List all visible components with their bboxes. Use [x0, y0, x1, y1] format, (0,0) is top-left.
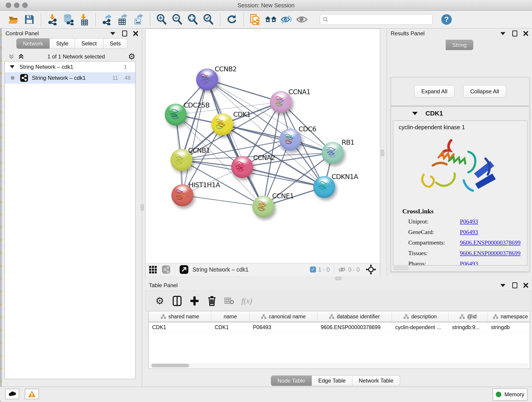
export-image-icon[interactable]: [132, 13, 145, 26]
column-header-name[interactable]: name: [211, 311, 249, 322]
column-header-@id[interactable]: @id: [449, 311, 488, 322]
search-field[interactable]: [320, 14, 433, 25]
import-network-database-icon[interactable]: [62, 13, 75, 26]
maximize-window-button[interactable]: [22, 2, 28, 8]
collapse-entry-icon[interactable]: [412, 112, 418, 115]
table-cell[interactable]: cyclin-dependent ...: [392, 322, 449, 332]
fit-selected-icon[interactable]: [366, 264, 376, 275]
cloud-button[interactable]: [5, 389, 19, 399]
minimize-window-button[interactable]: [14, 2, 19, 8]
crosslink-link[interactable]: P06493: [460, 227, 478, 237]
column-header-database-identifier[interactable]: database identifier: [317, 311, 392, 322]
table-cell[interactable]: CDK1: [149, 322, 211, 332]
node-CCNE1[interactable]: [252, 196, 274, 217]
edge-CCNB2-HIST1H1A[interactable]: [182, 80, 207, 195]
warnings-button[interactable]: [25, 389, 39, 399]
grid-view-icon[interactable]: [149, 265, 158, 274]
table-cell[interactable]: stringdb: [488, 322, 530, 332]
float-panel-icon[interactable]: [122, 31, 127, 36]
function-builder-icon[interactable]: f(x): [240, 294, 253, 307]
zoom-out-icon[interactable]: [171, 13, 184, 26]
table-row[interactable]: CDK1CDK1P064939606.ENSP00000378699cyclin…: [149, 322, 530, 332]
tab-select[interactable]: Select: [75, 38, 103, 49]
import-network-file-icon[interactable]: [46, 13, 59, 26]
tab-node-table[interactable]: Node Table: [271, 375, 312, 386]
tab-string[interactable]: String: [446, 40, 473, 50]
network-options-gear-icon[interactable]: ⚙: [128, 52, 135, 61]
right-splitter-handle[interactable]: [381, 149, 384, 156]
first-neighbors-icon[interactable]: [265, 13, 277, 26]
tab-style[interactable]: Style: [50, 38, 75, 49]
column-header-canonical-name[interactable]: canonical name: [249, 311, 317, 322]
search-input[interactable]: [331, 16, 430, 23]
birds-eye-view-icon[interactable]: [179, 265, 189, 274]
shared-column-icon: [261, 314, 266, 319]
collection-expand-icon[interactable]: [10, 65, 14, 68]
node-CDC6[interactable]: [279, 128, 301, 151]
close-window-button[interactable]: [6, 2, 11, 8]
panel-menu-icon[interactable]: [500, 284, 505, 287]
float-panel-icon[interactable]: [512, 282, 517, 288]
tab-edge-table[interactable]: Edge Table: [312, 375, 352, 386]
close-panel-icon[interactable]: [133, 31, 138, 36]
selected-checkbox-icon[interactable]: ✓: [310, 267, 316, 273]
show-all-icon[interactable]: [296, 13, 308, 26]
column-header-shared-name[interactable]: shared name: [149, 311, 211, 322]
export-network-icon[interactable]: [101, 13, 114, 26]
edge-HIST1H1A-CCNE1[interactable]: [182, 195, 263, 206]
table-options-gear-icon[interactable]: ⚙: [153, 294, 166, 307]
memory-button[interactable]: Memory: [493, 388, 527, 401]
zoom-selected-icon[interactable]: [202, 13, 215, 26]
panel-menu-icon[interactable]: [500, 32, 505, 35]
table-cell[interactable]: stringdb:9...: [449, 322, 488, 332]
duplicate-network-icon[interactable]: [249, 13, 261, 26]
crosslink-link[interactable]: P06493: [460, 259, 478, 265]
tab-network-table[interactable]: Network Table: [352, 375, 400, 386]
node-result-header[interactable]: CDK1: [391, 107, 529, 120]
column-header-namespace[interactable]: namespace: [488, 311, 530, 322]
network-collection-row[interactable]: String Network – cdk1 1: [5, 61, 135, 72]
table-cell[interactable]: P06493: [249, 322, 317, 332]
save-session-icon[interactable]: [23, 13, 36, 26]
hide-selected-icon[interactable]: [280, 13, 293, 26]
table-hscrollbar[interactable]: [150, 363, 529, 368]
open-session-icon[interactable]: [7, 13, 20, 26]
export-table-icon[interactable]: [117, 13, 129, 26]
help-icon: ?: [444, 15, 449, 24]
horizontal-splitter-handle[interactable]: [335, 277, 342, 280]
zoom-in-icon[interactable]: [156, 13, 168, 26]
crosslink-link[interactable]: 9606.ENSP00000378699: [460, 248, 520, 259]
tab-sets[interactable]: Sets: [103, 38, 127, 49]
expand-all-icon[interactable]: [18, 54, 24, 60]
column-header-description[interactable]: description: [392, 311, 449, 322]
delete-table-icon[interactable]: [223, 294, 236, 307]
crosslink-link[interactable]: P06493: [460, 216, 478, 227]
zoom-fit-icon[interactable]: [187, 13, 199, 26]
table-hscroll-thumb[interactable]: [152, 364, 189, 367]
close-panel-icon[interactable]: [523, 31, 528, 36]
collapse-all-icon[interactable]: [8, 54, 15, 60]
node-CDK1[interactable]: [211, 114, 233, 135]
help-button[interactable]: ?: [441, 14, 452, 25]
tab-network[interactable]: Network: [16, 38, 50, 49]
add-column-icon[interactable]: [188, 294, 201, 307]
close-panel-icon[interactable]: [523, 283, 528, 288]
refresh-view-icon[interactable]: [226, 13, 238, 26]
table-cell[interactable]: CDK1: [211, 322, 249, 332]
import-table-icon[interactable]: [78, 13, 90, 26]
node-CCNA2[interactable]: [231, 156, 253, 178]
left-splitter-handle[interactable]: [141, 204, 144, 211]
panel-menu-icon[interactable]: [110, 32, 115, 35]
table-cell[interactable]: 9606.ENSP00000378699: [317, 322, 392, 332]
results-hscroll-thumb[interactable]: [393, 267, 409, 270]
crosslink-link[interactable]: 9606.ENSP00000378699: [460, 237, 520, 248]
show-columns-icon[interactable]: [171, 294, 184, 307]
network-view-icon[interactable]: [162, 265, 171, 274]
delete-column-icon[interactable]: [206, 294, 218, 307]
network-row-selected[interactable]: String Network – cdk1 11 48: [5, 72, 135, 84]
expand-all-button[interactable]: Expand All: [414, 85, 454, 98]
collapse-all-button[interactable]: Collapse All: [463, 85, 506, 98]
node-RB1[interactable]: [322, 142, 344, 164]
float-panel-icon[interactable]: [512, 31, 517, 36]
network-canvas[interactable]: CCNB2CCNA1CDC25BCDK1CDC6RB1CCNB1CCNA2CDK…: [146, 29, 380, 263]
